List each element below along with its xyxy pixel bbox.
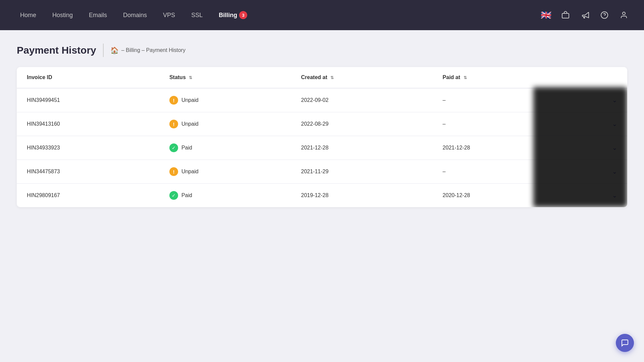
page-header: Payment History 🏠 – Billing – Payment Hi… (17, 44, 627, 57)
col-actions (560, 67, 627, 88)
help-icon[interactable] (598, 8, 611, 22)
table-row: HIN34933923✓Paid2021-12-282021-12-28⌄ (17, 136, 627, 160)
nav-domains[interactable]: Domains (116, 9, 154, 21)
table-row: HIN34475873!Unpaid2021-11-29–⌄ (17, 160, 627, 184)
user-icon[interactable] (617, 8, 631, 22)
table-row: HIN39413160!Unpaid2022-08-29–⌄ (17, 112, 627, 136)
breadcrumb-path: – Billing – Payment History (121, 47, 185, 53)
breadcrumb: 🏠 – Billing – Payment History (110, 46, 185, 54)
cell-status: !Unpaid (159, 112, 291, 136)
cell-status: ✓Paid (159, 184, 291, 207)
nav-vps[interactable]: VPS (156, 9, 182, 21)
cell-paid-at: – (433, 160, 560, 184)
cell-invoice-id: HIN39499451 (17, 88, 159, 112)
nav-ssl[interactable]: SSL (184, 9, 209, 21)
status-text: Paid (181, 145, 192, 151)
col-status: Status ⇅ (159, 67, 291, 88)
nav-icons: 🇬🇧 (539, 8, 631, 22)
svg-rect-0 (562, 13, 569, 18)
payment-table-container: Invoice ID Status ⇅ Created at ⇅ Paid at… (17, 67, 627, 207)
paid-sort-icon[interactable]: ⇅ (464, 75, 467, 80)
cell-invoice-id: HIN34475873 (17, 160, 159, 184)
cell-invoice-id: HIN29809167 (17, 184, 159, 207)
status-text: Paid (181, 192, 192, 198)
status-text: Unpaid (181, 121, 199, 127)
table-row: HIN39499451!Unpaid2022-09-02–⌄ (17, 88, 627, 112)
chevron-down-icon[interactable]: ⌄ (612, 97, 617, 104)
cell-created-at: 2021-11-29 (291, 160, 433, 184)
cell-action: ⌄ (560, 160, 627, 184)
cell-created-at: 2022-09-02 (291, 88, 433, 112)
billing-label: Billing (219, 12, 237, 19)
status-sort-icon[interactable]: ⇅ (189, 75, 192, 80)
cell-status: !Unpaid (159, 160, 291, 184)
cell-paid-at: – (433, 112, 560, 136)
status-text: Unpaid (181, 169, 199, 175)
chat-button[interactable] (616, 334, 634, 352)
cell-status: !Unpaid (159, 88, 291, 112)
paid-icon: ✓ (169, 143, 178, 152)
shop-icon[interactable] (559, 8, 572, 22)
status-text: Unpaid (181, 97, 199, 103)
table-row: HIN29809167✓Paid2019-12-282020-12-28⌄ (17, 184, 627, 207)
cell-status: ✓Paid (159, 136, 291, 160)
chevron-down-icon[interactable]: ⌄ (612, 121, 617, 127)
megaphone-icon[interactable] (578, 8, 592, 22)
col-invoice-id: Invoice ID (17, 67, 159, 88)
table-header-row: Invoice ID Status ⇅ Created at ⇅ Paid at… (17, 67, 627, 88)
main-content: Payment History 🏠 – Billing – Payment Hi… (0, 30, 644, 221)
nav-home[interactable]: Home (13, 9, 43, 21)
cell-action: ⌄ (560, 88, 627, 112)
cell-paid-at: 2021-12-28 (433, 136, 560, 160)
flag-icon[interactable]: 🇬🇧 (539, 8, 553, 22)
unpaid-icon: ! (169, 96, 178, 105)
payment-history-table: Invoice ID Status ⇅ Created at ⇅ Paid at… (17, 67, 627, 207)
nav-billing[interactable]: Billing 3 (212, 8, 254, 22)
unpaid-icon: ! (169, 167, 178, 176)
nav-emails[interactable]: Emails (82, 9, 114, 21)
cell-invoice-id: HIN39413160 (17, 112, 159, 136)
cell-action: ⌄ (560, 184, 627, 207)
nav-hosting[interactable]: Hosting (46, 9, 79, 21)
chevron-down-icon[interactable]: ⌄ (612, 144, 617, 151)
cell-created-at: 2022-08-29 (291, 112, 433, 136)
cell-created-at: 2021-12-28 (291, 136, 433, 160)
paid-icon: ✓ (169, 191, 178, 200)
created-sort-icon[interactable]: ⇅ (330, 75, 334, 80)
cell-action: ⌄ (560, 112, 627, 136)
svg-point-3 (623, 12, 625, 15)
billing-badge: 3 (239, 11, 247, 19)
page-title: Payment History (17, 45, 96, 56)
navbar: Home Hosting Emails Domains VPS SSL Bill… (0, 0, 644, 30)
chevron-down-icon[interactable]: ⌄ (612, 168, 617, 175)
cell-action: ⌄ (560, 136, 627, 160)
unpaid-icon: ! (169, 120, 178, 128)
chevron-down-icon[interactable]: ⌄ (612, 192, 617, 199)
nav-links: Home Hosting Emails Domains VPS SSL Bill… (13, 8, 254, 22)
cell-created-at: 2019-12-28 (291, 184, 433, 207)
cell-paid-at: 2020-12-28 (433, 184, 560, 207)
col-paid-at: Paid at ⇅ (433, 67, 560, 88)
col-created-at: Created at ⇅ (291, 67, 433, 88)
breadcrumb-home-icon[interactable]: 🏠 (110, 46, 119, 54)
cell-invoice-id: HIN34933923 (17, 136, 159, 160)
cell-paid-at: – (433, 88, 560, 112)
header-divider (103, 44, 104, 57)
